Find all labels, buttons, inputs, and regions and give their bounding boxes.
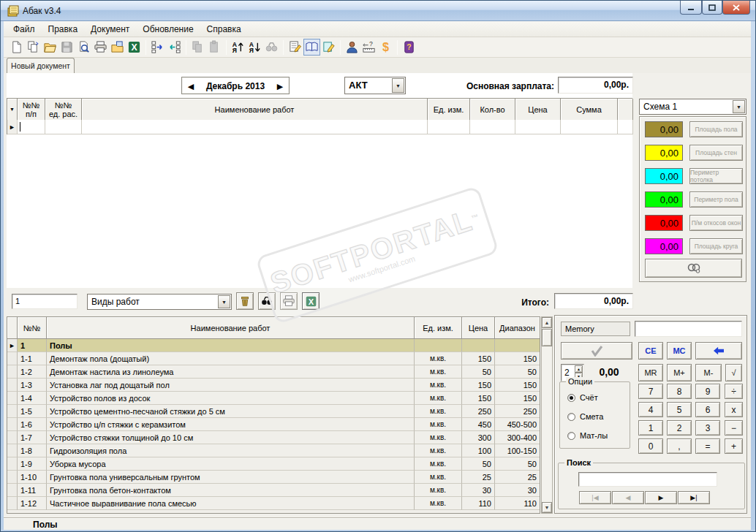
print-icon[interactable] [92, 39, 109, 56]
calc-key-2[interactable]: 2 [667, 420, 692, 436]
currency-icon[interactable]: $ [377, 39, 394, 56]
category-combo[interactable]: Виды работ ▼ [87, 294, 232, 310]
catalog-number-input[interactable]: 1 [12, 294, 78, 309]
catalog-row[interactable]: 1-3Установка лаг под дощатый полм.кв.150… [7, 379, 540, 392]
search-next-button[interactable]: ▶ [645, 491, 677, 504]
copy-document-icon[interactable] [25, 39, 42, 56]
copy-icon[interactable] [189, 39, 206, 56]
calc-key-0[interactable]: 0 [638, 438, 663, 454]
next-month-button[interactable]: ▶ [274, 80, 286, 92]
minimize-button[interactable] [680, 1, 702, 15]
delete-row-icon[interactable] [166, 39, 183, 56]
total-field[interactable]: 0,00р. [554, 293, 633, 309]
radio-Мат-лы[interactable] [567, 432, 575, 440]
radio-Смета[interactable] [567, 413, 575, 421]
close-button[interactable] [722, 1, 750, 15]
scrollbar-thumb[interactable] [542, 329, 552, 346]
catalog-row[interactable]: 1-8Гидроизоляция полам.кв.100100-150 [7, 444, 540, 457]
memory-recall-button[interactable]: MR [638, 364, 663, 381]
memory-field[interactable] [635, 321, 742, 337]
excel-icon[interactable]: X [126, 39, 143, 56]
backspace-button[interactable] [695, 342, 742, 360]
memory-add-button[interactable]: M+ [667, 364, 692, 381]
scheme-button-1[interactable]: Площадь стен [689, 145, 743, 161]
clear-entry-button[interactable]: CE [638, 342, 663, 360]
chevron-down-icon[interactable]: ▼ [733, 100, 745, 113]
calc-key-1[interactable]: 1 [638, 420, 663, 436]
calc-key-5[interactable]: 5 [667, 402, 692, 417]
menu-item-1[interactable]: Правка [42, 22, 85, 37]
search-prev-button[interactable]: ◀ [612, 491, 644, 504]
tab-new-document[interactable]: Новый документ [7, 58, 75, 73]
scheme-button-3[interactable]: Периметр пола [689, 191, 743, 208]
catalog-row[interactable]: 1-2Демонтаж настила из линолеумам.кв.505… [7, 365, 540, 379]
apply-button[interactable] [561, 342, 632, 360]
search-last-button[interactable]: ▶| [678, 491, 710, 504]
sort-asc-icon[interactable]: АЯ [230, 39, 246, 56]
scheme-button-4[interactable]: П/м откосов окон [689, 215, 743, 231]
spinner-up-icon[interactable]: ▲ [575, 365, 583, 373]
grid-options-cell[interactable]: ▼ [7, 99, 18, 121]
scroll-up-icon[interactable]: ▲ [542, 317, 552, 328]
calc-key-4[interactable]: 4 [638, 402, 663, 417]
save-icon[interactable] [58, 39, 75, 56]
menu-item-2[interactable]: Документ [84, 22, 136, 37]
catalog-row[interactable]: 1-1Демонтаж пола (дощатый)м.кв.150150 [7, 352, 540, 365]
maximize-button[interactable] [702, 1, 722, 15]
catalog-row[interactable]: 1-5Устройство цементно-песчаной стяжки д… [7, 405, 540, 418]
scheme-value-4[interactable]: 0,00 [645, 215, 683, 231]
search-first-button[interactable]: |◀ [579, 491, 611, 504]
insert-row-icon[interactable] [149, 39, 166, 56]
catalog-row[interactable]: 1-10Грунтовка пола универсальным грунтом… [7, 471, 540, 484]
sort-desc-icon[interactable]: АЯ [246, 39, 263, 56]
scheme-value-2[interactable]: 0,00 [645, 168, 683, 184]
menu-item-0[interactable]: Файл [7, 22, 42, 37]
calc-key-9[interactable]: 9 [695, 384, 720, 399]
catalog-group-row[interactable]: ►1Полы [7, 339, 540, 352]
menu-item-3[interactable]: Обновление [136, 22, 200, 37]
calc-key-8[interactable]: 8 [667, 384, 692, 399]
measure-icon[interactable]: ? [360, 39, 377, 56]
export-excel-button[interactable]: X [302, 292, 320, 310]
radio-Счёт[interactable] [567, 394, 575, 402]
client-icon[interactable] [344, 39, 360, 56]
catalog-scrollbar[interactable]: ▲ ▼ [541, 316, 553, 514]
scheme-button-2[interactable]: Периметр потолка [689, 168, 743, 184]
find-entry-button[interactable] [258, 292, 276, 310]
properties-icon[interactable] [287, 39, 303, 56]
link-button[interactable] [645, 259, 742, 278]
calc-key-7[interactable]: 7 [638, 384, 663, 399]
search-input[interactable] [578, 472, 717, 487]
catalog-row[interactable]: 1-4Устройство полов из досокм.кв.150150 [7, 392, 540, 405]
scroll-down-icon[interactable]: ▼ [542, 502, 552, 513]
catalog-row[interactable]: 1-6Устройство ц/п стяжки с керамзитомм.к… [7, 418, 540, 431]
scheme-value-3[interactable]: 0,00 [645, 191, 683, 208]
catalog-row[interactable]: 1-11Грунтовка пола бетон-контактомм.кв.3… [7, 484, 540, 497]
scheme-button-0[interactable]: Площадь пола [689, 121, 743, 137]
square-root-button[interactable]: √ [725, 364, 742, 381]
scheme-value-5[interactable]: 0,00 [645, 238, 683, 254]
find-icon[interactable] [263, 39, 280, 56]
calc-key-3[interactable]: 3 [695, 420, 720, 436]
export-folder-icon[interactable] [109, 39, 126, 56]
paste-icon[interactable] [206, 39, 223, 56]
calc-key-plus[interactable]: + [725, 438, 743, 454]
catalog-row[interactable]: 1-12Частичное выравнивание пола смесьюм.… [7, 497, 540, 510]
help-icon[interactable]: ? [401, 39, 417, 56]
print-catalog-button[interactable] [280, 292, 298, 310]
catalog-row[interactable]: 1-9Уборка мусорам.кв.5050 [7, 457, 540, 471]
print-preview-icon[interactable] [75, 39, 92, 56]
memory-clear-button[interactable]: MC [667, 342, 692, 360]
calc-key-6[interactable]: 6 [695, 402, 720, 417]
calc-key-minus[interactable]: − [725, 420, 743, 436]
calc-key-comma[interactable]: , [667, 438, 692, 454]
scheme-value-0[interactable]: 0,00 [645, 121, 683, 137]
scheme-combo[interactable]: Схема 1 ▼ [639, 99, 746, 115]
catalog-row[interactable]: 1-7Устройство стяжки толщиной до 10 смм.… [7, 431, 540, 444]
salary-field[interactable]: 0,00р. [558, 77, 633, 94]
reference-book-icon[interactable] [303, 39, 320, 56]
delete-entry-button[interactable] [236, 292, 254, 310]
calc-key-divide[interactable]: ÷ [725, 384, 743, 399]
menu-item-4[interactable]: Справка [200, 22, 248, 37]
open-folder-icon[interactable] [42, 39, 58, 56]
